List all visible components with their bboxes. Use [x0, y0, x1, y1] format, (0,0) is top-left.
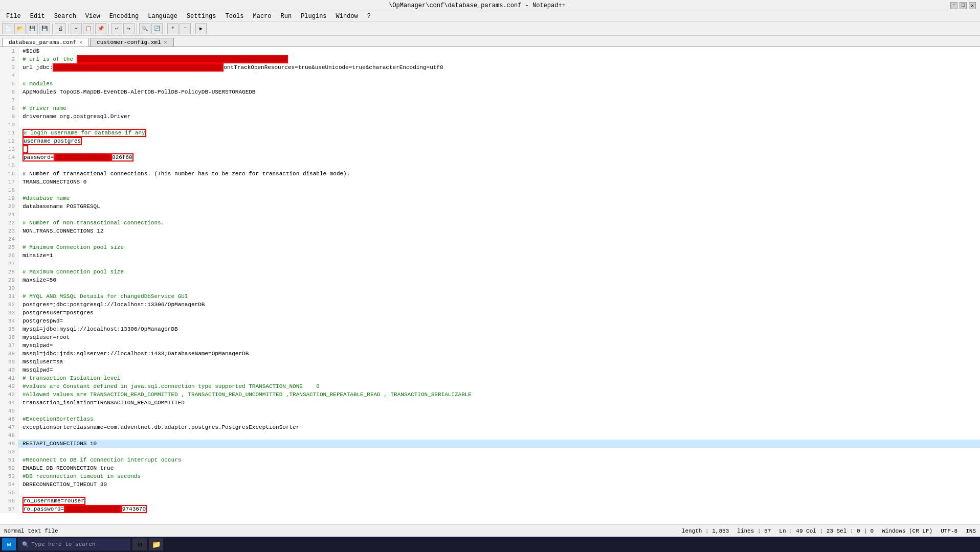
line-content[interactable]: password=████████████████826f60 — [18, 153, 980, 162]
menu-item-plugins[interactable]: Plugins — [297, 12, 330, 21]
line-content[interactable]: maxsize=50 — [18, 276, 980, 284]
line-content[interactable]: #Allowed values are TRANSACTION_READ_COM… — [18, 390, 980, 399]
tab-database-params-close[interactable]: ✕ — [79, 39, 82, 45]
line-content[interactable] — [18, 162, 980, 170]
line-content[interactable]: # modules — [18, 80, 980, 88]
find-button[interactable]: 🔍 — [139, 23, 150, 34]
line-content[interactable]: # Maximum Connection pool size — [18, 268, 980, 276]
redo-button[interactable]: ↪ — [123, 23, 135, 34]
print-button[interactable]: 🖨 — [55, 23, 66, 34]
line-content[interactable]: mysql=jdbc:mysql://localhost:13306/OpMan… — [18, 325, 980, 333]
menu-item-edit[interactable]: Edit — [26, 12, 49, 21]
line-content[interactable]: username postgres — [18, 137, 980, 145]
line-content[interactable] — [18, 96, 980, 104]
line-content[interactable] — [18, 431, 980, 440]
line-content[interactable] — [18, 407, 980, 415]
zoom-out-button[interactable]: − — [180, 23, 191, 34]
maximize-button[interactable]: □ — [960, 2, 967, 9]
line-content[interactable] — [18, 260, 980, 268]
line-content[interactable] — [18, 186, 980, 194]
taskbar-search[interactable]: 🔍 Type here to search — [18, 538, 130, 550]
line-content[interactable]: #values are Constant defined in java.sql… — [18, 382, 980, 390]
line-content[interactable]: # url is of the form jdbc:subprotocol:Da… — [18, 55, 980, 63]
line-content[interactable] — [18, 211, 980, 219]
menu-item-file[interactable]: File — [2, 12, 25, 21]
line-content[interactable]: databasename POSTGRESQL — [18, 202, 980, 211]
line-content[interactable] — [18, 448, 980, 456]
line-content[interactable]: ENABLE_DB_RECONNECTION true — [18, 464, 980, 472]
menu-item-encoding[interactable]: Encoding — [105, 12, 143, 21]
line-content[interactable]: mysqlpwd= — [18, 341, 980, 350]
line-content[interactable] — [18, 489, 980, 497]
line-content[interactable]: mssqlpwd= — [18, 366, 980, 374]
line-content[interactable]: # transaction Isolation level — [18, 374, 980, 382]
menu-item-run[interactable]: Run — [277, 12, 296, 21]
line-content[interactable] — [18, 121, 980, 129]
table-row: 47exceptionsorterclassname=com.adventnet… — [0, 423, 980, 431]
tab-database-params[interactable]: database_params.conf ✕ — [2, 38, 89, 47]
menu-item-settings[interactable]: Settings — [183, 12, 220, 21]
task-view-button[interactable]: ⊡ — [132, 538, 147, 550]
line-content[interactable]: RESTAPI_CONNECTIONS 10 — [18, 440, 980, 448]
line-content[interactable]: AppModules TopoDB-MapDB-EventDB-AlertDB-… — [18, 88, 980, 96]
menu-item-language[interactable]: Language — [144, 12, 182, 21]
line-content[interactable]: mssql=jdbc:jtds:sqlserver://localhost:14… — [18, 350, 980, 358]
paste-button[interactable]: 📌 — [95, 23, 106, 34]
undo-button[interactable]: ↩ — [111, 23, 122, 34]
line-content[interactable]: #DB reconnection timeout in seconds — [18, 472, 980, 480]
editor[interactable]: 1#$Id$2# url is of the form jdbc:subprot… — [0, 47, 980, 524]
line-number: 55 — [0, 489, 18, 497]
line-content[interactable]: #database name — [18, 194, 980, 202]
line-number: 34 — [0, 317, 18, 325]
line-content[interactable]: # Number of transactional connections. (… — [18, 170, 980, 178]
line-content[interactable]: postgres=jdbc:postgresql://localhost:133… — [18, 301, 980, 309]
file-explorer-button[interactable]: 📁 — [149, 538, 163, 550]
tab-customer-config[interactable]: customer-config.xml ✕ — [90, 38, 173, 47]
close-button[interactable]: ✕ — [969, 2, 976, 9]
line-content[interactable]: # login username for database if any — [18, 129, 980, 137]
line-content[interactable]: ro_password=████████████████9743670 — [18, 505, 980, 513]
line-content[interactable]: #ExceptionSorterClass — [18, 415, 980, 423]
menu-item-view[interactable]: View — [81, 12, 104, 21]
line-content[interactable] — [18, 284, 980, 292]
line-content[interactable]: exceptionsorterclassname=com.adventnet.d… — [18, 423, 980, 431]
zoom-in-button[interactable]: + — [167, 23, 179, 34]
start-button[interactable]: ⊞ — [2, 538, 16, 550]
menu-item-tools[interactable]: Tools — [221, 12, 248, 21]
menu-item-macro[interactable]: Macro — [249, 12, 276, 21]
line-content[interactable] — [18, 235, 980, 243]
menu-item-search[interactable]: Search — [50, 12, 80, 21]
line-content[interactable]: transaction_isolation=TRANSACTION_READ_C… — [18, 399, 980, 407]
save-all-button[interactable]: 💾 — [39, 23, 50, 34]
cut-button[interactable]: ✂ — [71, 23, 82, 34]
line-content[interactable]: postgrespwd= — [18, 317, 980, 325]
run-button[interactable]: ▶ — [195, 23, 207, 34]
copy-button[interactable]: 📋 — [83, 23, 94, 34]
line-content[interactable] — [18, 145, 980, 153]
line-content[interactable]: # driver name — [18, 104, 980, 112]
line-content[interactable]: mysqluser=root — [18, 333, 980, 341]
line-content[interactable]: postgresuser=postgres — [18, 309, 980, 317]
save-button[interactable]: 💾 — [27, 23, 38, 34]
line-content[interactable]: NON_TRANS_CONNECTIONS 12 — [18, 227, 980, 235]
line-content[interactable]: minsize=1 — [18, 251, 980, 260]
line-content[interactable]: #Reconnect to DB if connection interrupt… — [18, 456, 980, 464]
new-button[interactable]: 📄 — [2, 23, 13, 34]
line-content[interactable]: drivername org.postgresql.Driver — [18, 112, 980, 121]
menu-item-window[interactable]: Window — [332, 12, 362, 21]
replace-button[interactable]: 🔄 — [151, 23, 163, 34]
line-content[interactable]: # MYQL AND MSSQL Details for changedDbSe… — [18, 292, 980, 301]
line-content[interactable]: TRANS_CONNECTIONS 0 — [18, 178, 980, 186]
open-button[interactable]: 📂 — [14, 23, 26, 34]
line-content[interactable]: # Minimum Connection pool size — [18, 243, 980, 251]
line-content[interactable] — [18, 72, 980, 80]
line-content[interactable]: ro_username=rouser — [18, 497, 980, 505]
line-content[interactable]: # Number of non-transactional connection… — [18, 219, 980, 227]
line-content[interactable]: mssqluser=sa — [18, 358, 980, 366]
minimize-button[interactable]: − — [950, 2, 957, 9]
line-content[interactable]: url jdbc:postgreql://r ]:5432/OpManagerD… — [18, 63, 980, 72]
line-content[interactable]: #$Id$ — [18, 47, 980, 55]
line-content[interactable]: DBRECONNECTION_TIMEOUT 30 — [18, 480, 980, 489]
tab-customer-config-close[interactable]: ✕ — [164, 39, 167, 45]
menu-item-?[interactable]: ? — [363, 12, 375, 21]
